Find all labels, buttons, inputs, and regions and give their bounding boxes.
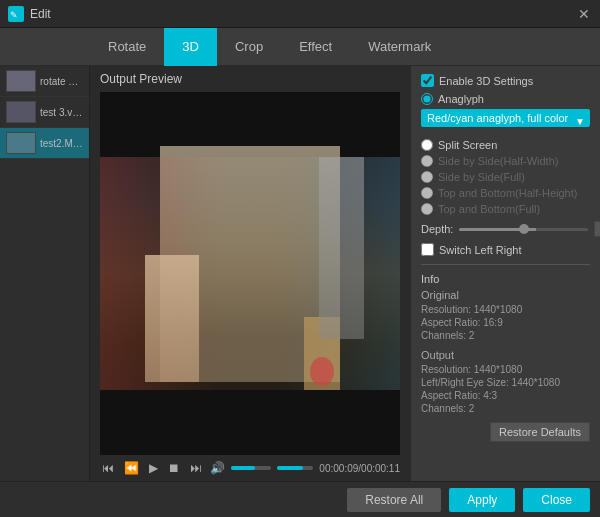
divider-1 bbox=[421, 264, 590, 265]
progress-fill bbox=[277, 466, 303, 470]
original-resolution: Resolution: 1440*1080 bbox=[421, 304, 590, 315]
file-name-1: test 3.vob bbox=[40, 107, 83, 118]
top-full-label: Top and Bottom(Full) bbox=[438, 203, 540, 215]
file-thumb-0 bbox=[6, 70, 36, 92]
depth-row: Depth: 5 bbox=[421, 221, 590, 237]
output-label: Output bbox=[421, 349, 590, 361]
anaglyph-dropdown-wrapper: Red/cyan anaglyph, full color ▼ bbox=[421, 109, 590, 133]
skip-end-button[interactable]: ⏭ bbox=[188, 459, 204, 477]
depth-input[interactable]: 5 bbox=[594, 221, 600, 237]
preview-area: Output Preview ⏮ ⏪ ▶ ⏹ ⏭ 🔊 bbox=[90, 66, 410, 481]
side-half-radio[interactable] bbox=[421, 155, 433, 167]
svg-text:✎: ✎ bbox=[10, 10, 18, 20]
tab-watermark[interactable]: Watermark bbox=[350, 28, 449, 66]
step-back-button[interactable]: ⏪ bbox=[122, 459, 141, 477]
top-full-radio[interactable] bbox=[421, 203, 433, 215]
tab-crop[interactable]: Crop bbox=[217, 28, 281, 66]
anaglyph-radio-label: Anaglyph bbox=[438, 93, 484, 105]
side-full-row: Side by Side(Full) bbox=[421, 171, 590, 183]
top-full-row: Top and Bottom(Full) bbox=[421, 203, 590, 215]
tab-rotate[interactable]: Rotate bbox=[90, 28, 164, 66]
original-label: Original bbox=[421, 289, 590, 301]
original-channels: Channels: 2 bbox=[421, 330, 590, 341]
top-half-radio[interactable] bbox=[421, 187, 433, 199]
output-aspect: Aspect Ratio: 4:3 bbox=[421, 390, 590, 401]
anaglyph-radio-row: Anaglyph bbox=[421, 93, 590, 105]
side-half-row: Side by Side(Half-Width) bbox=[421, 155, 590, 167]
depth-label: Depth: bbox=[421, 223, 453, 235]
original-aspect: Aspect Ratio: 16:9 bbox=[421, 317, 590, 328]
split-screen-group: Split Screen Side by Side(Half-Width) Si… bbox=[421, 139, 590, 215]
split-screen-radio[interactable] bbox=[421, 139, 433, 151]
top-half-row: Top and Bottom(Half-Height) bbox=[421, 187, 590, 199]
bottom-bar: Restore All Apply Close bbox=[0, 481, 600, 517]
restore-defaults-button[interactable]: Restore Defaults bbox=[490, 422, 590, 442]
volume-bar[interactable] bbox=[231, 466, 271, 470]
anaglyph-radio[interactable] bbox=[421, 93, 433, 105]
time-display: 00:00:09/00:00:11 bbox=[319, 463, 400, 474]
side-half-label: Side by Side(Half-Width) bbox=[438, 155, 558, 167]
scene-bottom bbox=[100, 390, 400, 455]
controls-bar: ⏮ ⏪ ▶ ⏹ ⏭ 🔊 00:00:09/00:00:11 bbox=[90, 455, 410, 481]
side-full-label: Side by Side(Full) bbox=[438, 171, 525, 183]
video-container bbox=[100, 92, 400, 455]
output-eye-size: Left/Right Eye Size: 1440*1080 bbox=[421, 377, 590, 388]
enable-3d-label: Enable 3D Settings bbox=[439, 75, 533, 87]
top-half-label: Top and Bottom(Half-Height) bbox=[438, 187, 577, 199]
output-section: Output Resolution: 1440*1080 Left/Right … bbox=[421, 349, 590, 414]
depth-slider[interactable] bbox=[459, 228, 588, 231]
close-window-button[interactable]: ✕ bbox=[576, 6, 592, 22]
info-title: Info bbox=[421, 273, 590, 285]
file-item-0[interactable]: rotate 90[69]... bbox=[0, 66, 89, 97]
red-object bbox=[310, 357, 334, 386]
file-thumb-1 bbox=[6, 101, 36, 123]
close-button[interactable]: Close bbox=[523, 488, 590, 512]
file-item-2[interactable]: test2.MTS bbox=[0, 128, 89, 159]
progress-bar[interactable] bbox=[277, 466, 313, 470]
skip-start-button[interactable]: ⏮ bbox=[100, 459, 116, 477]
shelf-detail bbox=[319, 157, 364, 339]
switch-lr-checkbox[interactable] bbox=[421, 243, 434, 256]
file-name-2: test2.MTS bbox=[40, 138, 83, 149]
anaglyph-group: Anaglyph Red/cyan anaglyph, full color ▼ bbox=[421, 93, 590, 133]
restore-all-button[interactable]: Restore All bbox=[347, 488, 441, 512]
enable-3d-checkbox[interactable] bbox=[421, 74, 434, 87]
info-section: Info Original Resolution: 1440*1080 Aspe… bbox=[421, 273, 590, 341]
switch-lr-label: Switch Left Right bbox=[439, 244, 522, 256]
tab-effect[interactable]: Effect bbox=[281, 28, 350, 66]
preview-label: Output Preview bbox=[90, 66, 410, 92]
side-full-radio[interactable] bbox=[421, 171, 433, 183]
app-icon: ✎ bbox=[8, 6, 24, 22]
wall-detail bbox=[145, 255, 199, 382]
volume-icon: 🔊 bbox=[210, 461, 225, 475]
split-screen-radio-row: Split Screen bbox=[421, 139, 590, 151]
output-resolution: Resolution: 1440*1080 bbox=[421, 364, 590, 375]
play-button[interactable]: ▶ bbox=[147, 459, 160, 477]
settings-panel: Enable 3D Settings Anaglyph Red/cyan ana… bbox=[410, 66, 600, 481]
enable-3d-row: Enable 3D Settings bbox=[421, 74, 590, 87]
split-screen-label: Split Screen bbox=[438, 139, 497, 151]
title-bar-text: Edit bbox=[30, 7, 576, 21]
file-name-0: rotate 90[69]... bbox=[40, 76, 83, 87]
tab-bar: Rotate 3D Crop Effect Watermark bbox=[0, 28, 600, 66]
video-bg bbox=[100, 92, 400, 455]
apply-button[interactable]: Apply bbox=[449, 488, 515, 512]
switch-lr-row: Switch Left Right bbox=[421, 243, 590, 256]
volume-fill bbox=[231, 466, 255, 470]
file-list: rotate 90[69]... test 3.vob test2.MTS bbox=[0, 66, 90, 481]
tab-3d[interactable]: 3D bbox=[164, 28, 217, 66]
file-item-1[interactable]: test 3.vob bbox=[0, 97, 89, 128]
output-channels: Channels: 2 bbox=[421, 403, 590, 414]
stop-button[interactable]: ⏹ bbox=[166, 459, 182, 477]
anaglyph-select[interactable]: Red/cyan anaglyph, full color bbox=[421, 109, 590, 127]
main-content: rotate 90[69]... test 3.vob test2.MTS Ou… bbox=[0, 66, 600, 481]
title-bar: ✎ Edit ✕ bbox=[0, 0, 600, 28]
file-thumb-2 bbox=[6, 132, 36, 154]
